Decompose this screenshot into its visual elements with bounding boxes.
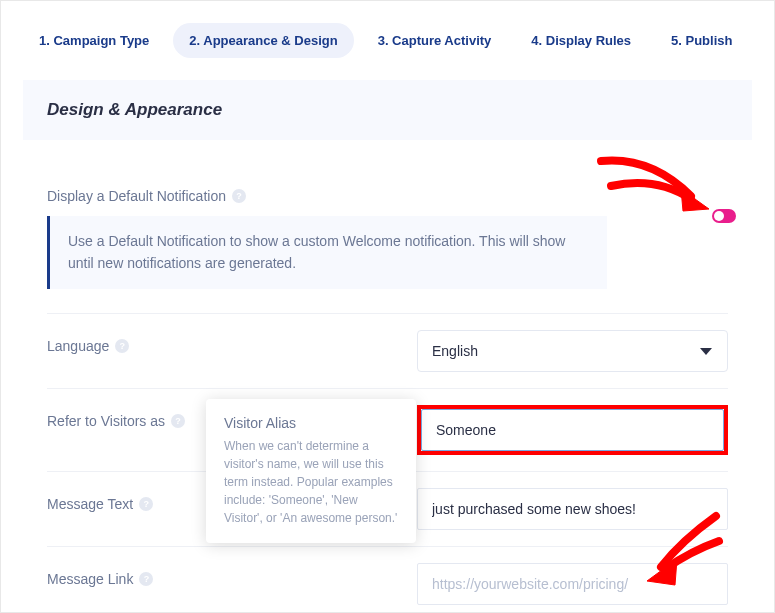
message-link-label: Message Link	[47, 571, 133, 587]
arrow-annotation-icon	[631, 511, 731, 591]
visitor-alias-tooltip: Visitor Alias When we can't determine a …	[206, 399, 416, 543]
help-icon[interactable]: ?	[171, 414, 185, 428]
panel-header: Design & Appearance	[23, 80, 752, 140]
svg-marker-0	[681, 189, 709, 211]
message-text-label: Message Text	[47, 496, 133, 512]
language-label: Language	[47, 338, 109, 354]
panel-title: Design & Appearance	[47, 100, 728, 120]
step-display-rules[interactable]: 4. Display Rules	[515, 23, 647, 58]
language-select[interactable]: English	[417, 330, 728, 372]
help-icon[interactable]: ?	[139, 497, 153, 511]
visitor-alias-label: Refer to Visitors as	[47, 413, 165, 429]
step-campaign-type[interactable]: 1. Campaign Type	[23, 23, 165, 58]
step-publish[interactable]: 5. Publish	[655, 23, 748, 58]
highlight-annotation	[417, 405, 728, 455]
default-notification-label: Display a Default Notification	[47, 188, 226, 204]
help-icon[interactable]: ?	[139, 572, 153, 586]
help-icon[interactable]: ?	[115, 339, 129, 353]
step-appearance-design[interactable]: 2. Appearance & Design	[173, 23, 353, 58]
help-icon[interactable]: ?	[232, 189, 246, 203]
wizard-steps: 1. Campaign Type 2. Appearance & Design …	[23, 23, 752, 58]
tooltip-text: When we can't determine a visitor's name…	[224, 437, 398, 527]
default-notification-hint: Use a Default Notification to show a cus…	[47, 216, 607, 289]
visitor-alias-input[interactable]	[421, 409, 724, 451]
step-capture-activity[interactable]: 3. Capture Activity	[362, 23, 508, 58]
arrow-annotation-icon	[591, 151, 721, 221]
tooltip-title: Visitor Alias	[224, 415, 398, 431]
